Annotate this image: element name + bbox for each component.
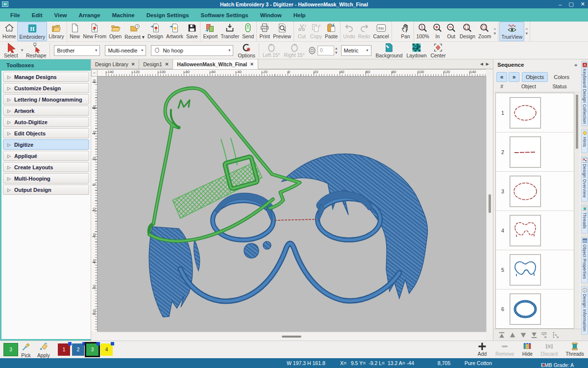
thread-color-3[interactable]: 3 <box>86 343 98 356</box>
preview-button[interactable]: Preview <box>271 22 293 41</box>
tab-scroll-right-icon[interactable]: ▶ <box>486 62 489 66</box>
sequence-forward-button[interactable]: » <box>509 72 519 82</box>
recent-button[interactable]: Recent ▾ <box>123 22 146 41</box>
hoop-select[interactable]: No hoop▾ <box>151 45 233 56</box>
toolbox-lettering-monogramming[interactable]: ▷Lettering / Monogramming <box>3 94 89 105</box>
reshape-tool-button[interactable]: Reshape <box>24 42 48 58</box>
eye-holes[interactable] <box>213 199 380 240</box>
cancel-button[interactable]: EscCancel <box>371 22 390 41</box>
hoop-options-button[interactable]: Options <box>236 42 257 58</box>
menu-help[interactable]: Help <box>288 10 311 20</box>
toolbar-overflow-chevron[interactable]: »▾ <box>492 27 497 36</box>
sequence-row-5[interactable]: 5 <box>496 250 574 289</box>
side-tab-keyboard-design-collection[interactable]: Keyboard Design Collection <box>581 61 588 126</box>
export-button[interactable]: Export <box>201 22 219 41</box>
save-button[interactable]: Save <box>185 22 199 41</box>
embroidery-button[interactable]: HEmbroidery <box>17 22 47 41</box>
toolbox-artwork[interactable]: ▷Artwork <box>3 105 89 116</box>
units-select[interactable]: Metric▾ <box>341 45 371 56</box>
move-up-button[interactable] <box>508 331 517 340</box>
resequence-select-button[interactable] <box>551 331 560 340</box>
menu-file[interactable]: File <box>5 10 25 20</box>
move-to-top-button[interactable] <box>497 331 506 340</box>
toolbox-output-design[interactable]: ▷Output Design <box>3 184 89 195</box>
transfer-button[interactable]: Transfer <box>219 22 241 41</box>
out-button[interactable]: Out <box>444 22 458 41</box>
machine-type-select[interactable]: Multi-needle▾ <box>105 45 146 56</box>
home-button[interactable]: Home <box>1 22 17 41</box>
side-tab-hints[interactable]: Hints <box>581 130 588 153</box>
pick-color-button[interactable]: Pick <box>21 342 31 358</box>
toolbox-create-layouts[interactable]: ▷Create Layouts <box>3 162 89 172</box>
close-button[interactable]: ✕ <box>581 1 585 7</box>
object-thumbnail[interactable] <box>510 254 541 286</box>
sequence-row-4[interactable]: 4 <box>496 211 574 250</box>
canvas-horizontal-scrollbar[interactable] <box>98 332 486 341</box>
zoom-button[interactable]: Zoom <box>477 22 492 41</box>
open-button[interactable]: Open <box>108 22 123 41</box>
select-tool-button[interactable]: Select <box>0 42 20 58</box>
design-button[interactable]: Design <box>146 22 165 41</box>
side-tab-design-overview[interactable]: Design Overview <box>581 157 588 202</box>
toolbar-overflow-chevron[interactable]: »▾ <box>524 27 529 36</box>
100--button[interactable]: 1100% <box>415 22 431 41</box>
side-tab-threads[interactable]: Threads <box>581 205 588 234</box>
thread-color-2[interactable]: 2 <box>72 343 84 356</box>
toolbox-auto-digitize[interactable]: ▷Auto-Digitize <box>3 117 89 127</box>
object-thumbnail[interactable] <box>510 176 541 207</box>
tab-objects[interactable]: Objects <box>522 72 548 82</box>
rotate-spinner[interactable]: ▴▾ <box>334 46 339 55</box>
toolbox-multi-hooping[interactable]: ▷Multi-Hooping <box>3 173 89 184</box>
sequence-row-1[interactable]: 1 <box>496 93 574 132</box>
in-button[interactable]: In <box>431 22 444 41</box>
toolbox-appliqu-[interactable]: ▷Appliqué <box>3 151 89 161</box>
paste-button[interactable]: Paste <box>323 22 339 41</box>
toolbox-manage-designs[interactable]: ▷Manage Designs <box>3 72 89 82</box>
background-button[interactable]: Background <box>374 42 405 58</box>
new-button[interactable]: New <box>68 22 82 41</box>
close-tab-icon[interactable]: ✕ <box>250 62 254 67</box>
menu-arrange[interactable]: Arrange <box>74 10 106 20</box>
trueview-button[interactable]: TrueView <box>499 22 524 41</box>
minimize-button[interactable]: – <box>559 1 562 7</box>
hair-right[interactable] <box>282 154 428 299</box>
object-thumbnail[interactable] <box>510 293 541 325</box>
design-canvas[interactable] <box>98 77 486 332</box>
sequence-collapse-icon[interactable]: » <box>574 62 577 68</box>
maximize-button[interactable]: ▢ <box>568 1 573 7</box>
apply-color-button[interactable]: Apply <box>37 342 50 358</box>
rotate-angle-input[interactable] <box>318 46 334 55</box>
hide-button[interactable]: Hide <box>519 341 536 357</box>
new-from-button[interactable]: New From <box>82 22 108 41</box>
threads-button[interactable]: Threads <box>563 341 587 357</box>
object-thumbnail[interactable] <box>510 215 541 246</box>
side-tab-design-information[interactable]: Design Information <box>581 287 588 335</box>
menu-view[interactable]: View <box>49 10 73 20</box>
close-tab-icon[interactable]: ✕ <box>165 62 169 67</box>
toolbox-edit-objects[interactable]: ▷Edit Objects <box>3 128 89 138</box>
menu-edit[interactable]: Edit <box>26 10 48 20</box>
sequence-row-3[interactable]: 3 <box>496 172 574 211</box>
doc-tab-halloweenmask-witch-final[interactable]: HalloweenMask_Witch_Final✕ <box>173 59 258 69</box>
select-dropdown-caret[interactable]: ▾ <box>20 48 24 53</box>
sequence-row-6[interactable]: 6 <box>496 289 574 329</box>
thread-color-4[interactable]: 4 <box>100 343 113 356</box>
resequence-123-button[interactable]: 123 <box>540 331 549 340</box>
object-thumbnail[interactable] <box>510 136 541 168</box>
tab-scroll-left-icon[interactable]: ◀ <box>480 62 483 66</box>
move-down-button[interactable] <box>519 331 528 340</box>
pan-button[interactable]: Pan <box>399 22 413 41</box>
move-to-bottom-button[interactable] <box>530 331 539 340</box>
laydown-button[interactable]: Laydown <box>404 42 428 58</box>
doc-tab-design1[interactable]: Design1✕ <box>139 59 173 69</box>
menu-software-settings[interactable]: Software Settings <box>196 10 254 20</box>
mask-outline[interactable] <box>180 243 399 301</box>
witch-hat[interactable] <box>149 88 300 241</box>
artwork-button[interactable]: Artwork <box>165 22 185 41</box>
send-button[interactable]: Send <box>241 22 255 41</box>
tab-colors[interactable]: Colors <box>550 73 573 81</box>
doc-tab-design-library[interactable]: Design Library✕ <box>91 59 139 69</box>
menu-design-settings[interactable]: Design Settings <box>141 10 195 20</box>
thread-color-1[interactable]: 1 <box>58 343 70 356</box>
library-button[interactable]: Library <box>47 22 65 41</box>
